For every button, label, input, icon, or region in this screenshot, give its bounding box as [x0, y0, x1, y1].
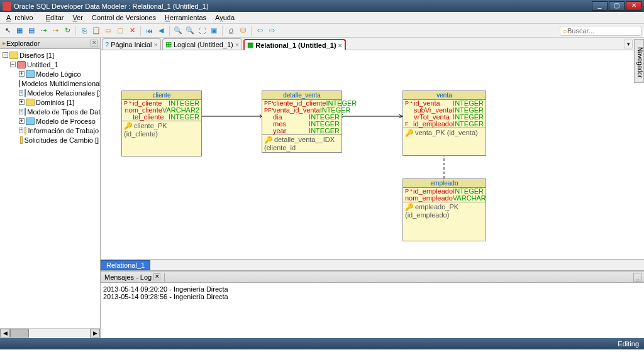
- open-icon[interactable]: ▢: [115, 26, 125, 36]
- menu-control[interactable]: Control de Versiones: [88, 13, 160, 23]
- back-icon[interactable]: ⇦: [255, 26, 265, 36]
- editor-tabs: ?Página Inicial× ▦Logical (Untitled_1)× …: [101, 38, 644, 50]
- explorer-header: ▸ Explorador ✕: [0, 38, 100, 49]
- tree-tipos[interactable]: +Modelo de Tipos de Dato: [1, 107, 99, 116]
- diagram-canvas[interactable]: cliente P *id_clienteINTEGER nom_cliente…: [101, 50, 644, 259]
- log-output[interactable]: 2013-05-14 09:20:20 - Ingeniería Directa…: [101, 283, 644, 338]
- window-title: Oracle SQL Developer Data Modeler : Rela…: [14, 3, 592, 10]
- tree-multi[interactable]: Modelos Multidimensionales []: [1, 79, 99, 88]
- status-bar: Editing: [0, 338, 644, 349]
- tab-list-icon[interactable]: ▾: [624, 40, 633, 48]
- search-box[interactable]: ⌕: [560, 26, 641, 36]
- menu-ayuda[interactable]: Ayuda: [211, 13, 238, 23]
- close-button[interactable]: ✕: [626, 1, 641, 11]
- entity-detalle[interactable]: detalle_venta PF*cliente_id_clienteINTEG…: [262, 90, 342, 153]
- entity-header: empleado: [403, 179, 486, 188]
- entity-header: detalle_venta: [262, 91, 341, 100]
- tree-proc[interactable]: +Modelo de Proceso: [1, 116, 99, 126]
- link-icon[interactable]: ⇢: [38, 26, 48, 36]
- entity-empleado[interactable]: empleado P *id_empleadoINTEGER nom_emple…: [402, 178, 486, 241]
- cursor-icon[interactable]: ↖: [3, 26, 13, 36]
- title-bar: Oracle SQL Developer Data Modeler : Rela…: [0, 0, 644, 12]
- menu-ver[interactable]: Ver: [69, 13, 87, 23]
- log-line: 2013-05-14 09:28:56 - Ingeniería Directa: [103, 293, 641, 300]
- log-pane: Mensajes - Log✕ _ 2013-05-14 09:20:20 - …: [101, 270, 644, 338]
- menu-herramientas[interactable]: Herramientas: [161, 13, 210, 23]
- minimize-button[interactable]: _: [592, 1, 608, 11]
- fwd-icon[interactable]: ⇨: [267, 26, 277, 36]
- paste-icon[interactable]: 📋: [91, 26, 101, 36]
- tab-home[interactable]: ?Página Inicial×: [102, 38, 161, 50]
- app-icon: [3, 2, 11, 11]
- menu-bar: Archivo Editar Ver Control de Versiones …: [0, 12, 644, 24]
- new-icon[interactable]: ▦: [14, 26, 25, 36]
- log-min-icon[interactable]: _: [633, 273, 642, 282]
- explorer-title: Explorador: [6, 40, 40, 47]
- grid-icon[interactable]: ▤: [26, 26, 36, 36]
- maximize-button[interactable]: ▢: [609, 1, 625, 11]
- close-icon[interactable]: ×: [154, 41, 158, 48]
- tree-logico[interactable]: +Modelo Lógico: [1, 69, 99, 79]
- tab-logical[interactable]: ▦Logical (Untitled_1)×: [162, 38, 242, 50]
- tree-rel[interactable]: +Modelos Relacionales [1]: [1, 88, 99, 97]
- log-line: 2013-05-14 09:20:20 - Ingeniería Directa: [103, 285, 641, 293]
- refresh-icon[interactable]: ↻: [62, 26, 72, 36]
- sub-tabs: Relational_1: [101, 259, 644, 270]
- close-icon[interactable]: ×: [338, 41, 342, 49]
- navigator-tab[interactable]: Navegador: [634, 39, 644, 83]
- copy-icon[interactable]: ⎘: [79, 26, 89, 36]
- tree-sol[interactable]: Solicitudes de Cambio []: [1, 135, 99, 145]
- log-tab[interactable]: Mensajes - Log✕: [101, 273, 165, 282]
- fit2-icon[interactable]: ▣: [209, 26, 219, 36]
- tab-relational[interactable]: ▦Relational_1 (Untitled_1)×: [243, 39, 346, 50]
- explorer-close-icon[interactable]: ✕: [91, 40, 97, 47]
- delete-icon[interactable]: ✕: [127, 26, 137, 36]
- print-icon[interactable]: ⎙: [226, 26, 236, 36]
- close-icon[interactable]: ✕: [153, 273, 160, 280]
- search-icon: ⌕: [563, 27, 567, 35]
- entity-header: cliente: [122, 91, 201, 100]
- tree-scrollbar[interactable]: ◀▶: [0, 328, 100, 338]
- zoomin-icon[interactable]: 🔍: [173, 26, 183, 36]
- fit-icon[interactable]: ⛶: [197, 26, 207, 36]
- menu-archivo[interactable]: Archivo: [3, 13, 41, 23]
- tree-dom[interactable]: +Dominios [1]: [1, 97, 99, 107]
- prev-icon[interactable]: ◀: [156, 26, 166, 36]
- tree-info[interactable]: +Información de Trabajo: [1, 126, 99, 135]
- entity-header: venta: [403, 91, 486, 100]
- explorer-tree[interactable]: −Diseños [1] −Untitled_1 +Modelo Lógico …: [0, 49, 100, 328]
- close-icon[interactable]: ×: [235, 41, 239, 48]
- zoomout-icon[interactable]: 🔍: [185, 26, 195, 36]
- folder-icon[interactable]: ▭: [103, 26, 113, 36]
- tree-model[interactable]: −Untitled_1: [1, 60, 99, 69]
- db-icon[interactable]: ⛁: [238, 26, 248, 36]
- menu-editar[interactable]: Editar: [42, 13, 68, 23]
- status-text: Editing: [618, 340, 639, 348]
- toolbar: ↖ ▦ ▤ ⇢ ⇢ ↻ ⎘ 📋 ▭ ▢ ✕ ⏮ ◀ 🔍 🔍 ⛶ ▣ ⎙ ⛁ ⇦ …: [0, 24, 644, 38]
- entity-venta[interactable]: venta P *id_ventaINTEGER subVr_ventaINTE…: [402, 90, 486, 156]
- entity-cliente[interactable]: cliente P *id_clienteINTEGER nom_cliente…: [121, 90, 202, 156]
- search-input[interactable]: [567, 27, 630, 35]
- subtab-relational[interactable]: Relational_1: [101, 260, 150, 270]
- first-icon[interactable]: ⏮: [144, 26, 154, 36]
- link2-icon[interactable]: ⇢: [50, 26, 60, 36]
- tree-root[interactable]: −Diseños [1]: [1, 50, 99, 60]
